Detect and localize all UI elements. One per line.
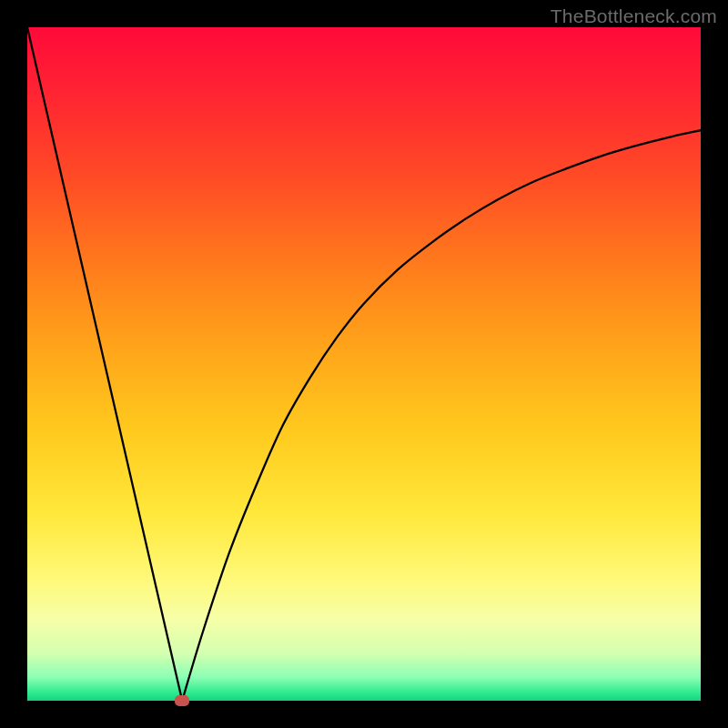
attribution-label: TheBottleneck.com	[551, 5, 717, 27]
bottleneck-curve	[27, 27, 701, 701]
optimum-marker	[175, 695, 189, 706]
chart-frame: TheBottleneck.com	[0, 0, 728, 728]
curve-svg	[27, 27, 701, 701]
plot-area	[27, 27, 701, 701]
